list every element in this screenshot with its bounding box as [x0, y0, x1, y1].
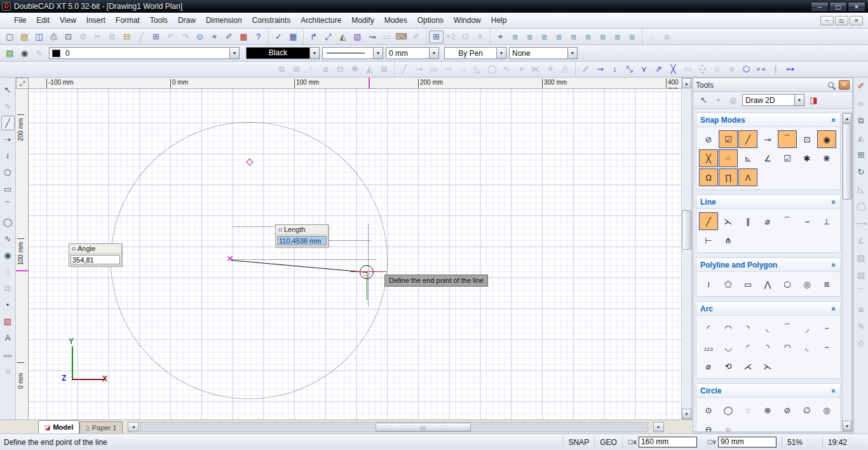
menu-item-modify[interactable]: Modify [346, 13, 379, 27]
save-icon[interactable]: ◫ [32, 31, 46, 43]
menu-item-architecture[interactable]: Architecture [295, 13, 346, 27]
arc-semicircle-icon[interactable]: ◠ [778, 339, 796, 355]
view-right-icon[interactable]: ⧈ [566, 31, 581, 43]
angle-reference-icon[interactable]: ⤢ [321, 31, 336, 43]
menu-item-options[interactable]: Options [412, 13, 449, 27]
panel-scroll-thumb[interactable] [843, 123, 851, 200]
menu-item-window[interactable]: Window [449, 13, 486, 27]
dropdown-arrow-icon[interactable]: ▼ [229, 48, 239, 58]
arc-tan-line-icon[interactable]: ◝ [759, 339, 776, 355]
arc-concentric-copy-icon[interactable]: ⋌ [739, 358, 757, 374]
horizontal-scroll-thumb[interactable]: ||| [376, 423, 471, 432]
line-style-combo[interactable]: ▼ [322, 47, 383, 59]
edit-fork-icon[interactable]: ⋎ [637, 63, 651, 76]
polygon-icon[interactable]: ⬠ [719, 276, 737, 292]
delete-node-icon[interactable]: ╳ [666, 63, 681, 76]
snap-ortho-icon[interactable]: ∏ [719, 169, 737, 186]
line-perpendicular-arc-icon[interactable]: ⊥ [818, 213, 836, 229]
circle-center-point-icon[interactable]: ⊙ [700, 402, 717, 418]
arc-icon[interactable]: ⌒ [1, 198, 15, 213]
menu-item-format[interactable]: Format [111, 13, 145, 27]
view-iso-ne-icon[interactable]: ⧈ [581, 31, 595, 43]
mdi-restore-button[interactable]: ◱ [835, 16, 848, 25]
text-icon[interactable]: A [1, 331, 15, 345]
circle-elliptical-icon[interactable]: ⊖ [700, 421, 717, 432]
rectangle-icon[interactable]: ▭ [739, 276, 757, 292]
layer-combo[interactable]: 0 ▼ [49, 47, 240, 59]
panel-close-button[interactable]: ✕ [839, 80, 850, 90]
x-coordinate-input[interactable]: 160 mm [639, 437, 697, 447]
line-tangent-two-arcs-icon[interactable]: ⌣ [798, 213, 816, 229]
tab-scroll-left-button[interactable]: ◂ [128, 422, 139, 432]
snap-intersection-icon[interactable]: ╳ [700, 150, 717, 167]
keyboard-entry-icon[interactable]: ⌨ [394, 31, 409, 43]
eraser-icon[interactable]: ✐ [855, 80, 867, 93]
line-tool-icon[interactable]: ╱ [1, 116, 15, 130]
no-snap-icon[interactable]: ⊘ [700, 131, 717, 147]
new-icon[interactable]: ▢ [3, 31, 17, 43]
circle-icon[interactable]: ◯ [1, 215, 15, 229]
dropdown-arrow-icon[interactable]: ▼ [794, 95, 804, 106]
grid-snap-icon[interactable]: ⊞ [429, 31, 444, 43]
y-coordinate-input[interactable]: 90 mm [718, 437, 776, 447]
line-parallel-icon[interactable]: ∥ [739, 213, 757, 229]
arc-split-icon[interactable]: ⋋ [759, 358, 776, 374]
view-back-icon[interactable]: ⧈ [537, 31, 552, 43]
collapse-icon[interactable]: « [830, 262, 839, 267]
arc-tangent-point-icon[interactable]: ◞ [798, 320, 816, 336]
multi-node-icon[interactable]: ⁛ [695, 63, 710, 76]
arc-123-icon[interactable]: ₁₂₃ [700, 339, 717, 355]
dropdown-arrow-icon[interactable]: ▼ [429, 48, 438, 58]
scroll-down-button[interactable]: ▼ [843, 421, 851, 431]
dropdown-arrow-icon[interactable]: ▼ [496, 48, 506, 58]
zoom-window-icon[interactable]: ⌖ [207, 31, 222, 43]
snap-arc-center-icon[interactable]: ⌒ [778, 131, 796, 147]
snap-toggle[interactable]: SNAP [562, 437, 594, 448]
mdi-close-button[interactable]: ✕ [850, 16, 863, 25]
circle-rotated-icon[interactable]: ○ [719, 421, 737, 432]
arc-complement-icon[interactable]: ⟲ [719, 358, 737, 374]
collapse-icon[interactable]: « [830, 388, 839, 393]
tab-paper-1[interactable]: ▯ Paper 1 [79, 421, 123, 434]
snap-grid-icon[interactable]: ⁘ [719, 150, 737, 167]
pattern-pen-combo[interactable]: By Pen ▼ [444, 47, 506, 59]
line-perpendicular-from-icon[interactable]: ⊢ [700, 232, 717, 249]
select-arrow-icon[interactable]: ↖ [1, 83, 15, 97]
tab-model[interactable]: ◪ Model [38, 420, 79, 434]
geo-toggle[interactable]: GEO [594, 437, 622, 448]
paste-special-icon[interactable]: ⊞ [149, 31, 163, 43]
maximize-button[interactable]: ▢ [829, 2, 847, 11]
menu-item-tools[interactable]: Tools [145, 13, 173, 27]
concentric-polygon-icon[interactable]: ◎ [798, 276, 816, 292]
dropdown-arrow-icon[interactable]: ▼ [567, 48, 577, 58]
arc-begin-center-angle-icon[interactable]: ◜ [739, 339, 757, 355]
menu-item-dimension[interactable]: Dimension [201, 13, 247, 27]
menu-item-modes[interactable]: Modes [379, 13, 412, 27]
coordinate-system-icon[interactable]: ↱ [306, 31, 321, 43]
spline-icon[interactable]: ∿ [1, 231, 15, 246]
snap-radial-icon[interactable]: ❋ [818, 150, 836, 167]
arc-center-radius-icon[interactable]: ◜ [700, 320, 717, 336]
collapse-icon[interactable]: « [830, 200, 839, 204]
view-top-icon[interactable]: ⧈ [508, 31, 522, 43]
arc-rotated-icon[interactable]: ◟ [798, 339, 816, 355]
line-tangent-circle-icon[interactable]: ⌀ [759, 213, 776, 229]
menu-item-file[interactable]: File [9, 13, 31, 27]
node-column-icon[interactable]: ⋮ [768, 63, 783, 76]
collapse-icon[interactable]: « [830, 118, 839, 122]
line-single-icon[interactable]: ╱ [700, 213, 717, 229]
spell-check-icon[interactable]: ✓ [271, 31, 286, 43]
edit-diagonal-icon[interactable]: ⤡ [622, 63, 637, 76]
snap-perpendicular-icon[interactable]: ⊾ [739, 150, 757, 167]
snap-vertex-icon[interactable]: ☑ [719, 131, 737, 147]
polygon-nodes-icon[interactable]: ⬡ [739, 63, 754, 76]
copy-icon[interactable]: ⧉ [855, 114, 867, 127]
lock-icon[interactable]: Ω [72, 246, 76, 252]
snap-midpoint-icon[interactable]: ⊸ [759, 131, 776, 147]
arc-trim-icon[interactable]: ⌀ [700, 358, 717, 374]
tab-scroll-right-button[interactable]: ▸ [653, 422, 664, 432]
lock-icon[interactable]: Ω [278, 227, 282, 233]
pen-color-combo[interactable]: Black ▼ [246, 47, 320, 59]
view-3d-axes-icon[interactable]: ⌖ [493, 31, 508, 43]
mdi-minimize-button[interactable]: ─ [820, 16, 834, 25]
